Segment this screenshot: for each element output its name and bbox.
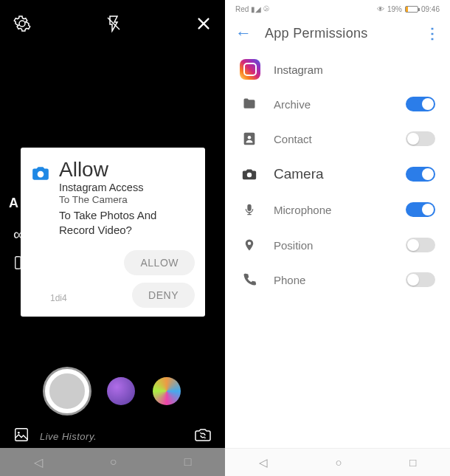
mode-label: A xyxy=(9,196,18,211)
camera-icon xyxy=(31,164,50,180)
camera-topbar xyxy=(0,0,225,43)
svg-rect-3 xyxy=(15,429,28,441)
archive-toggle[interactable] xyxy=(406,97,435,111)
contact-icon xyxy=(240,131,259,147)
back-arrow-icon[interactable]: ← xyxy=(235,24,252,43)
bottom-bar: Live History. xyxy=(0,426,225,446)
app-permissions-screen: Red ▮◢ ⧁ 👁 19% 09:46 ← App Permissions ⋮… xyxy=(225,0,450,476)
nav-back-icon[interactable]: ◁ xyxy=(259,456,268,469)
nav-back-icon[interactable]: ◁ xyxy=(34,455,43,469)
eye-icon: 👁 xyxy=(377,5,384,13)
perm-label: Position xyxy=(274,239,391,252)
flash-off-icon[interactable] xyxy=(105,15,122,35)
dialog-title: Allow xyxy=(59,159,195,180)
position-toggle[interactable] xyxy=(406,238,435,252)
phone-icon xyxy=(240,272,259,287)
permission-dialog: Allow Instagram Access To The Camera To … xyxy=(21,148,205,317)
status-bar: Red ▮◢ ⧁ 👁 19% 09:46 xyxy=(225,0,450,18)
nav-recent-icon[interactable]: □ xyxy=(409,456,416,469)
nav-bar-right: ◁ ○ □ xyxy=(225,448,450,476)
nav-bar-left: ◁ ○ □ xyxy=(0,448,225,476)
page-header: ← App Permissions ⋮ xyxy=(225,18,450,52)
switch-camera-icon[interactable] xyxy=(194,426,212,446)
nav-home-icon[interactable]: ○ xyxy=(335,456,342,469)
clock: 09:46 xyxy=(421,5,440,13)
signal-icon: ▮◢ xyxy=(251,5,261,13)
page-title: App Permissions xyxy=(265,26,412,41)
perm-label: Camera xyxy=(274,166,391,182)
perm-label: Contact xyxy=(274,133,391,145)
settings-icon[interactable] xyxy=(13,15,31,35)
folder-icon xyxy=(240,97,259,111)
location-icon xyxy=(240,237,259,253)
carrier-label: Red xyxy=(235,5,249,13)
camera-toggle[interactable] xyxy=(406,167,435,182)
perm-label: Archive xyxy=(274,98,391,111)
phone-toggle[interactable] xyxy=(406,272,435,287)
perm-row-camera: Camera xyxy=(225,156,450,192)
allow-button[interactable]: ALLOW xyxy=(124,250,195,275)
wifi-icon: ⧁ xyxy=(263,4,269,13)
battery-icon xyxy=(405,6,418,13)
dialog-line3: To Take Photos And Record Video? xyxy=(59,208,195,237)
nav-home-icon[interactable]: ○ xyxy=(110,455,117,469)
instagram-app-icon xyxy=(240,59,260,80)
effect-button-1[interactable] xyxy=(107,377,135,405)
capture-controls xyxy=(0,369,225,413)
perm-row-position: Position xyxy=(225,227,450,263)
perm-row-contact: Contact xyxy=(225,121,450,156)
app-header-row: Instagram xyxy=(225,52,450,87)
svg-rect-1 xyxy=(15,257,21,269)
dialog-line2: To The Camera xyxy=(59,194,195,205)
perm-label: Microphone xyxy=(274,204,391,216)
battery-percent: 19% xyxy=(387,5,402,13)
svg-point-6 xyxy=(248,136,252,139)
perm-row-phone: Phone xyxy=(225,263,450,297)
svg-point-4 xyxy=(18,432,20,434)
gallery-icon[interactable] xyxy=(13,427,30,446)
nav-recent-icon[interactable]: □ xyxy=(184,455,192,469)
microphone-icon xyxy=(240,201,259,218)
app-name-label: Instagram xyxy=(274,63,323,76)
dialog-counter: 1di4 xyxy=(50,293,67,303)
deny-button[interactable]: DENY xyxy=(132,283,195,308)
contact-toggle[interactable] xyxy=(406,131,435,146)
perm-row-archive: Archive xyxy=(225,87,450,121)
svg-rect-7 xyxy=(248,204,251,210)
mode-history-label: Live History. xyxy=(40,431,184,442)
dialog-line1: Instagram Access xyxy=(59,182,195,193)
close-icon[interactable] xyxy=(195,15,212,35)
microphone-toggle[interactable] xyxy=(406,202,435,217)
camera-permission-icon xyxy=(240,166,259,182)
menu-dots-icon[interactable]: ⋮ xyxy=(425,24,440,42)
perm-row-microphone: Microphone xyxy=(225,192,450,227)
perm-label: Phone xyxy=(274,274,391,286)
effect-button-2[interactable] xyxy=(153,377,181,405)
shutter-button[interactable] xyxy=(45,369,89,413)
instagram-camera-screen: A ∞ Allow Instagram Access To The Camera… xyxy=(0,0,225,476)
